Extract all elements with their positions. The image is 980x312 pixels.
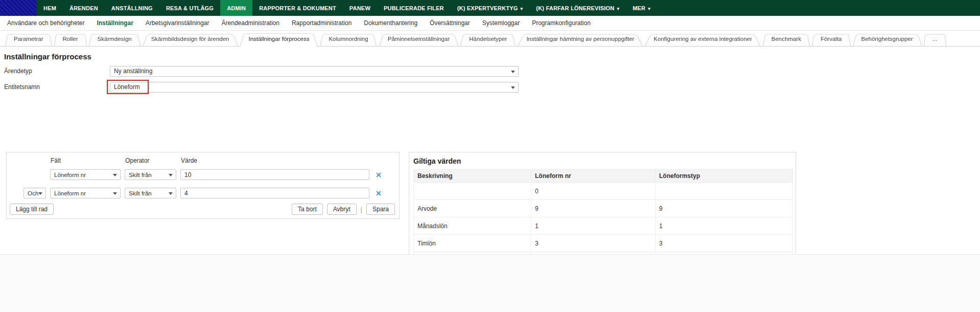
operator-selected-value: Skilt från (129, 190, 152, 196)
cell-loneformstyp: 3 (656, 235, 793, 252)
topnav-item-arenden[interactable]: ÄRENDEN (63, 0, 105, 16)
subnav-item-systemloggar[interactable]: Systemloggar (476, 19, 526, 27)
cell-loneform-nr: 9 (531, 200, 656, 217)
topnav-item-farfar-lonerevision[interactable]: (K) FARFAR LÖNEREVISION ▾ (529, 0, 626, 16)
subnav-item-rapportadministration[interactable]: Rapportadministration (286, 19, 358, 27)
topnav-item-expertverktyg[interactable]: (K) EXPERTVERKTYG ▾ (451, 0, 530, 16)
topnav-item-anstallning[interactable]: ANSTÄLLNING (105, 0, 159, 16)
save-button[interactable]: Spara (366, 204, 395, 215)
tab-kolumnordning[interactable]: Kolumnordning (320, 33, 377, 46)
main-content: Inställningar förprocess Ärendetyp Ny an… (0, 52, 980, 93)
col-header-loneform-nr: Löneform nr (531, 170, 656, 183)
button-separator: | (361, 206, 362, 213)
delete-row-icon[interactable]: ✕ (376, 170, 382, 180)
table-row: 0 (414, 183, 793, 200)
topnav-item-mer[interactable]: MER ▾ (626, 0, 657, 16)
tab-more-ellipsis[interactable]: ... (924, 33, 946, 46)
tab-hamtning-personuppgifter[interactable]: Inställningar hämtning av personuppgifte… (518, 33, 643, 46)
tab-benchmark[interactable]: Benchmark (763, 33, 810, 46)
admin-sub-navigation: Användare och behörigheter Inställningar… (0, 16, 980, 31)
tab-parametrar[interactable]: Parametrar (5, 33, 52, 46)
subnav-item-oversattningar[interactable]: Översättningar (424, 19, 476, 27)
col-header-beskrivning: Beskrivning (414, 170, 531, 183)
tab-installningar-forprocess[interactable]: Inställningar förprocess (240, 32, 318, 47)
conjunction-dropdown[interactable]: Och (24, 188, 46, 198)
topnav-item-resa-utlagg[interactable]: RESA & UTLÄGG (159, 0, 220, 16)
subnav-item-programkonfiguration[interactable]: Programkonfiguration (526, 19, 597, 27)
cancel-button[interactable]: Avbryt (327, 204, 357, 215)
topnav-item-rapporter-dokument[interactable]: RAPPORTER & DOKUMENT (252, 0, 343, 16)
operator-selected-value: Skilt från (129, 172, 152, 178)
tab-behorighetsgrupper[interactable]: Behörighetsgrupper (853, 33, 922, 46)
tab-roller[interactable]: Roller (54, 33, 87, 46)
condition-builder-panel: Fält Operator Värde Löneform nr Skilt fr… (6, 152, 400, 219)
operator-dropdown[interactable]: Skilt från (125, 188, 176, 198)
delete-row-icon[interactable]: ✕ (376, 189, 382, 198)
page: HEM ÄRENDEN ANSTÄLLNING RESA & UTLÄGG AD… (0, 0, 980, 312)
col-header-loneformstyp: Löneformstyp (656, 170, 793, 183)
tab-externa-integrationer[interactable]: Konfigurering av externa integrationer (645, 33, 760, 46)
cell-loneformstyp: 1 (656, 217, 793, 235)
column-header-operator: Operator (125, 157, 149, 164)
entitetsnamn-dropdown[interactable]: Löneform (110, 82, 519, 93)
topnav-item-panew[interactable]: PANEW (343, 0, 377, 16)
remove-button[interactable]: Ta bort (292, 204, 323, 215)
valid-values-title: Giltiga värden (413, 157, 796, 165)
footer-area (0, 254, 980, 312)
add-row-button[interactable]: Lägg till rad (10, 204, 54, 215)
cell-loneformstyp (656, 183, 793, 200)
cell-loneformstyp: 9 (656, 200, 793, 217)
table-row: Arvode 9 9 (414, 200, 793, 217)
cell-beskrivning (414, 183, 531, 200)
chevron-down-icon: ▾ (521, 6, 523, 11)
column-header-falt: Fält (51, 157, 61, 164)
subnav-item-arbetsgivarinstallningar[interactable]: Arbetsgivarinställningar (139, 19, 216, 27)
page-title: Inställningar förprocess (4, 52, 980, 61)
chevron-down-icon: ▾ (648, 6, 650, 11)
topnav-item-admin[interactable]: ADMIN (220, 0, 252, 16)
field-dropdown[interactable]: Löneform nr (50, 169, 121, 180)
subnav-item-anvandare[interactable]: Användare och behörigheter (1, 19, 90, 27)
cell-loneform-nr: 3 (531, 235, 656, 252)
tab-skarmbildsdesign-arenden[interactable]: Skärmbildsdesign för ärenden (143, 33, 238, 46)
cell-beskrivning: Timlön (414, 235, 531, 252)
tab-handelsetyper[interactable]: Händelsetyper (460, 33, 516, 46)
cell-beskrivning: Månadslön (414, 217, 531, 235)
app-logo[interactable] (0, 0, 37, 16)
table-row: Timlön 3 3 (414, 235, 793, 252)
table-row: Månadslön 1 1 (414, 217, 793, 235)
topnav-item-label: (K) EXPERTVERKTYG (457, 5, 518, 11)
settings-tab-strip: Parametrar Roller Skärmdesign Skärmbilds… (0, 31, 980, 47)
top-navigation: HEM ÄRENDEN ANSTÄLLNING RESA & UTLÄGG AD… (0, 0, 980, 16)
conjunction-selected-value: Och (28, 190, 38, 196)
subnav-item-dokumenthantering[interactable]: Dokumenthantering (358, 19, 424, 27)
arendetyp-label: Ärendetyp (4, 68, 110, 75)
topnav-item-label: (K) FARFAR LÖNEREVISION (536, 5, 614, 11)
operator-dropdown[interactable]: Skilt från (125, 169, 176, 180)
field-dropdown[interactable]: Löneform nr (50, 188, 121, 198)
entitetsnamn-selected-value: Löneform (114, 83, 140, 91)
column-header-varde: Värde (181, 157, 197, 164)
value-input[interactable] (180, 188, 369, 198)
cell-loneform-nr: 0 (531, 183, 656, 200)
subnav-item-arendeadministration[interactable]: Ärendeadministration (216, 19, 286, 27)
value-input[interactable] (180, 169, 369, 180)
chevron-down-icon: ▾ (617, 6, 619, 11)
entitetsnamn-label: Entitetsnamn (4, 83, 110, 91)
topnav-item-label: MER (633, 5, 645, 11)
tab-skarmdesign[interactable]: Skärmdesign (89, 33, 141, 46)
field-selected-value: Löneform nr (54, 190, 86, 196)
arendetyp-dropdown[interactable]: Ny anställning (110, 66, 519, 77)
arendetyp-selected-value: Ny anställning (114, 68, 152, 75)
condition-row: Löneform nr Skilt från ✕ (7, 169, 399, 181)
table-header-row: Beskrivning Löneform nr Löneformstyp (414, 170, 793, 183)
tab-paminnelseinstallningar[interactable]: Påminnelseinställningar (379, 33, 458, 46)
cell-loneform-nr: 1 (531, 217, 656, 235)
field-selected-value: Löneform nr (54, 172, 86, 178)
topnav-item-publicerade-filer[interactable]: PUBLICERADE FILER (377, 0, 451, 16)
topnav-item-hem[interactable]: HEM (37, 0, 63, 16)
tab-forvalta[interactable]: Förvalta (812, 33, 851, 46)
subnav-item-installningar[interactable]: Inställningar (90, 19, 139, 27)
cell-beskrivning: Arvode (414, 200, 531, 217)
condition-row: Och Löneform nr Skilt från ✕ (7, 188, 399, 199)
